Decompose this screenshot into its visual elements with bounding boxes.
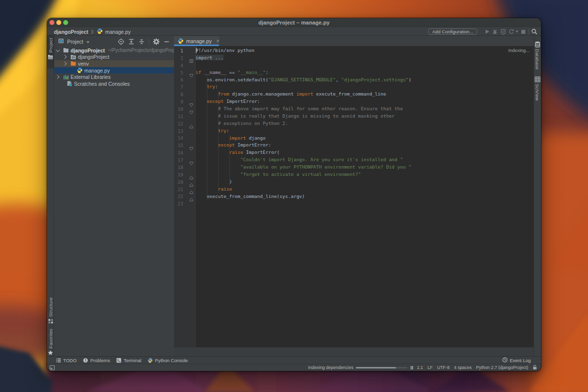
- profiler-icon[interactable]: [508, 29, 514, 35]
- interpreter-widget[interactable]: Python 2.7 (djangoProject): [476, 365, 528, 370]
- event-log-label: Event Log: [510, 358, 531, 363]
- navigation-bar: djangoProject ❯ manage.py Add Configurat…: [47, 27, 541, 36]
- code-line-8[interactable]: 8 from django.core.management import exe…: [174, 91, 534, 98]
- code-line-6[interactable]: 6 os.environ.setdefault("DJANGO_SETTINGS…: [174, 76, 534, 84]
- code-line-2[interactable]: 2import ...: [174, 54, 534, 62]
- code-line-20[interactable]: 20 ): [174, 178, 534, 186]
- code-token-str: "__main__": [238, 70, 266, 75]
- fold-marker-none: [183, 91, 196, 98]
- code-line-1[interactable]: 1#!/usr/bin/env python: [174, 47, 534, 54]
- caret-down-icon[interactable]: [515, 30, 519, 33]
- coverage-icon[interactable]: [500, 29, 506, 35]
- encoding-widget[interactable]: UTF-8: [437, 365, 450, 370]
- tree-item-external-libraries[interactable]: External Libraries: [54, 74, 174, 80]
- tool-window-button-python-console[interactable]: Python Console: [147, 358, 188, 363]
- fold-marker-up[interactable]: [183, 186, 196, 193]
- tree-item-manage-py[interactable]: manage.py: [54, 67, 174, 74]
- tree-item-venv[interactable]: venv: [54, 60, 174, 67]
- locate-icon[interactable]: [118, 38, 124, 45]
- code-line-19[interactable]: 19 "forget to activate a virtual environ…: [174, 171, 534, 178]
- hide-icon[interactable]: [163, 38, 170, 45]
- fold-marker-plus[interactable]: [183, 54, 196, 62]
- fold-marker-down[interactable]: [183, 98, 196, 105]
- tree-item-djangoproject[interactable]: djangoProject: [54, 54, 174, 61]
- code-line-14[interactable]: 14 import django: [174, 135, 534, 142]
- tool-stripe-project[interactable]: Project: [47, 38, 54, 60]
- event-log-button[interactable]: Event Log: [502, 357, 531, 364]
- code-line-7[interactable]: 7 try:: [174, 83, 534, 91]
- code-line-16[interactable]: 16 raise ImportError(: [174, 149, 534, 156]
- line-number: 22: [174, 194, 183, 199]
- titlebar[interactable]: djangoProject – manage.py: [47, 18, 541, 27]
- tool-window-button-terminal[interactable]: Terminal: [116, 358, 141, 363]
- add-configuration-button[interactable]: Add Configuration...: [428, 28, 477, 35]
- chevron-right-icon[interactable]: [63, 62, 67, 65]
- code-token-kw: if: [196, 70, 204, 75]
- code-text: import ...: [196, 54, 223, 62]
- code-line-22[interactable]: 22 execute_from_command_line(sys.argv): [174, 193, 534, 200]
- indent-widget[interactable]: 4 spaces: [454, 365, 471, 370]
- code-line-11[interactable]: 11 # issue is really that Django is miss…: [174, 113, 534, 120]
- stop-icon[interactable]: [521, 29, 526, 34]
- code-token-com: # exceptions on Python 2.: [196, 121, 288, 126]
- settings-icon[interactable]: [153, 38, 160, 45]
- tool-window-switcher-icon[interactable]: [49, 365, 55, 371]
- chevron-right-icon[interactable]: [63, 55, 67, 59]
- code-line-23[interactable]: 23: [174, 200, 534, 207]
- breadcrumb-file[interactable]: manage.py: [105, 29, 131, 35]
- tool-window-button-problems[interactable]: Problems: [83, 358, 110, 363]
- fold-marker-up[interactable]: [183, 120, 196, 127]
- code-text: raise: [196, 186, 232, 193]
- tool-stripe-database[interactable]: Database: [534, 41, 541, 70]
- line-number: 6: [174, 77, 183, 82]
- caret-position-widget[interactable]: 1:1: [417, 365, 423, 370]
- chevron-down-icon[interactable]: [56, 49, 59, 52]
- pause-task-icon[interactable]: [411, 366, 413, 369]
- code-line-13[interactable]: 13 try:: [174, 127, 534, 135]
- tree-item-label: djangoProject: [78, 54, 109, 60]
- fold-marker-down[interactable]: [183, 69, 196, 76]
- code-token-str: "djangoProject.settings": [341, 77, 408, 82]
- search-everywhere-icon[interactable]: [531, 28, 538, 35]
- expand-all-icon[interactable]: [128, 38, 135, 45]
- code-line-4[interactable]: 4: [174, 62, 534, 69]
- line-number: 16: [174, 150, 183, 155]
- code-line-9[interactable]: 9 except ImportError:: [174, 98, 534, 105]
- fold-marker-up[interactable]: [183, 193, 196, 200]
- line-number: 5: [174, 70, 183, 75]
- chevron-down-icon[interactable]: [86, 39, 90, 45]
- code-line-15[interactable]: 15 except ImportError:: [174, 142, 534, 149]
- debug-icon[interactable]: [492, 29, 498, 35]
- code-token-def: [196, 135, 229, 141]
- code-editor[interactable]: Indexing... 1#!/usr/bin/env python2impor…: [174, 46, 534, 347]
- code-line-18[interactable]: 18 "available on your PYTHONPATH environ…: [174, 164, 534, 171]
- code-token-def: execute_from_command_line: [316, 91, 386, 97]
- breadcrumb-project[interactable]: djangoProject: [54, 29, 88, 35]
- fold-marker-down[interactable]: [183, 156, 196, 164]
- fold-marker-up[interactable]: [183, 178, 196, 186]
- code-line-5[interactable]: 5if __name__ == "__main__":: [174, 69, 534, 76]
- code-line-12[interactable]: 12 # exceptions on Python 2.: [174, 120, 534, 127]
- code-line-17[interactable]: 17 "Couldn't import Django. Are you sure…: [174, 156, 534, 164]
- code-line-10[interactable]: 10 # The above import may fail for some …: [174, 105, 534, 113]
- code-text: "forget to activate a virtual environmen…: [196, 171, 361, 178]
- collapse-all-icon[interactable]: [138, 38, 145, 45]
- fold-marker-down[interactable]: [183, 105, 196, 113]
- tool-stripe-sciview[interactable]: SciView: [534, 76, 541, 101]
- project-panel-header[interactable]: Project: [54, 36, 174, 47]
- lock-icon[interactable]: [533, 365, 537, 371]
- fold-marker-up[interactable]: [183, 171, 196, 178]
- line-ending-widget[interactable]: LF: [427, 365, 433, 370]
- run-icon[interactable]: [485, 29, 490, 34]
- close-tab-icon[interactable]: ✕: [216, 39, 220, 44]
- tool-window-button-todo[interactable]: TODO: [56, 358, 76, 363]
- code-text: "available on your PYTHONPATH environmen…: [196, 164, 411, 171]
- tree-item-scratches-and-consoles[interactable]: Scratches and Consoles: [54, 80, 174, 87]
- chevron-right-icon[interactable]: [56, 75, 59, 79]
- fold-marker-down[interactable]: [183, 142, 196, 149]
- tool-stripe-favorites[interactable]: Favorites: [47, 329, 54, 356]
- code-line-21[interactable]: 21 raise: [174, 186, 534, 193]
- tool-stripe-structure[interactable]: Structure: [47, 297, 54, 324]
- project-view-icon: [58, 38, 64, 45]
- tree-item-djangoproject[interactable]: djangoProject~/PycharmProjects/djangoPro…: [54, 47, 174, 54]
